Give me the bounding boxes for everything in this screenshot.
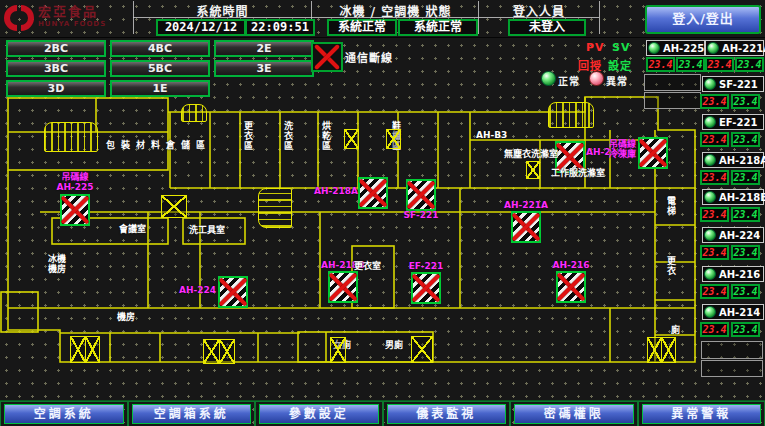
header-separator: [599, 1, 600, 34]
pv-value: 23.4: [700, 322, 729, 337]
room-label: 包裝材料倉儲區: [106, 140, 211, 150]
disconnected-legend-label: 通信斷線: [345, 49, 393, 65]
empty-slot: [701, 341, 763, 359]
nav-button-空調箱系統[interactable]: 空調箱系統: [132, 404, 252, 424]
room-label: 更衣室: [354, 261, 381, 271]
disconnected-marker-AH-221A[interactable]: [511, 211, 541, 243]
floor-button-2BC[interactable]: 2BC: [6, 40, 106, 57]
status-led: [704, 191, 716, 203]
login-logout-button[interactable]: 登入/登出: [645, 5, 761, 34]
unit-AH-218A[interactable]: AH-218A: [702, 152, 764, 168]
empty-slot: [644, 92, 701, 109]
floor-button-1E[interactable]: 1E: [110, 80, 210, 97]
sv-value: 23.4: [731, 132, 760, 147]
disconnected-marker-AH-218A[interactable]: [358, 177, 388, 209]
marker-label: AH-216: [548, 260, 594, 270]
room-label: 會議室: [119, 224, 146, 234]
nav-cell: 異常警報: [638, 401, 765, 426]
logo: 宏亞食品 HUNYA FOODS: [4, 3, 106, 33]
room-label: 廁: [671, 325, 680, 335]
logo-subtext: HUNYA FOODS: [38, 18, 106, 30]
login-user-label: 登入人員: [483, 2, 595, 19]
room-label: 更衣區: [243, 121, 253, 151]
stairs-icon: [548, 102, 594, 128]
nav-button-參數設定[interactable]: 參數設定: [259, 404, 379, 424]
disconnected-legend-icon: [311, 42, 343, 72]
stairs-icon: [44, 122, 98, 152]
pv-header: PV: [586, 41, 605, 54]
room-label: 無塵衣洗滌室: [504, 149, 558, 159]
marker-label: AH-218A: [314, 186, 356, 196]
status-led: [704, 116, 716, 128]
pv-value: 23.4: [700, 245, 729, 260]
room-label: 洗工具室: [189, 225, 225, 235]
unit-EF-221[interactable]: EF-221: [702, 114, 764, 130]
abnormal-led-icon: [589, 71, 604, 86]
sv-value: 23.4: [731, 284, 760, 299]
floor-button-3E[interactable]: 3E: [214, 60, 314, 77]
nav-button-空調系統[interactable]: 空調系統: [4, 404, 124, 424]
floor-button-3D[interactable]: 3D: [6, 80, 106, 97]
unit-AH-224[interactable]: AH-224: [702, 227, 764, 243]
unit-name: AH-225: [663, 43, 704, 54]
unit-name: AH-224: [719, 230, 760, 241]
normal-led-icon: [541, 71, 556, 86]
empty-slot: [644, 74, 701, 91]
unit-name: SF-221: [719, 79, 758, 90]
nav-button-密碼權限[interactable]: 密碼權限: [514, 404, 634, 424]
chiller-status: 系統正常: [327, 19, 397, 36]
top-bar: 宏亞食品 HUNYA FOODS 系統時間 2024/12/12 22:09:5…: [0, 0, 765, 38]
ahu-status: 系統正常: [398, 19, 478, 36]
unit-AH-214[interactable]: AH-214: [702, 304, 764, 320]
pv-value: 23.4: [700, 170, 729, 185]
bottom-nav: 空調系統空調箱系統參數設定儀表監視密碼權限異常警報: [0, 400, 765, 426]
unit-AH-218B[interactable]: AH-218B: [702, 189, 764, 205]
room-label: 洗衣區: [283, 121, 293, 151]
stairwell-x-symbol: [203, 339, 235, 364]
room-label: 烘乾區: [321, 121, 331, 151]
disconnected-marker-AH-218B[interactable]: [328, 271, 358, 303]
nav-button-儀表監視[interactable]: 儀表監視: [387, 404, 507, 424]
disconnected-marker-SF-221[interactable]: [406, 179, 436, 211]
date-value: 2024/12/12: [156, 19, 246, 36]
marker-label: SF-221: [398, 210, 444, 220]
disconnected-marker-冷凍庫[interactable]: [638, 137, 668, 169]
status-led: [704, 268, 716, 280]
floor-button-5BC[interactable]: 5BC: [110, 60, 210, 77]
marker-label: 吊碼線 冷凍庫: [594, 139, 636, 159]
nav-button-異常警報[interactable]: 異常警報: [642, 404, 762, 424]
stairwell-x-symbol: [386, 129, 401, 149]
sv-value: 23.4: [735, 57, 764, 72]
nav-cell: 空調箱系統: [128, 401, 256, 426]
stairs-icon: [181, 104, 207, 122]
room-label: 機房: [117, 312, 135, 322]
unit-name: AH-221A: [722, 43, 765, 54]
unit-AH-221A[interactable]: AH-221A: [705, 40, 764, 56]
floor-button-3BC[interactable]: 3BC: [6, 60, 106, 77]
sv-row-label: 設定: [608, 57, 632, 73]
unit-SF-221[interactable]: SF-221: [702, 76, 764, 92]
floor-button-4BC[interactable]: 4BC: [110, 40, 210, 57]
unit-AH-225[interactable]: AH-225: [646, 40, 705, 56]
sv-value: 23.4: [731, 207, 760, 222]
empty-slot: [701, 360, 763, 377]
disconnected-marker-EF-221[interactable]: [411, 272, 441, 304]
room-label: 男廁: [385, 340, 403, 350]
stairwell-x-symbol: [526, 161, 540, 179]
status-led: [648, 42, 660, 54]
unit-name: EF-221: [719, 117, 757, 128]
unit-AH-216[interactable]: AH-216: [702, 266, 764, 282]
disconnected-marker-AH-224[interactable]: [218, 276, 248, 308]
disconnected-marker-AH-216[interactable]: [556, 271, 586, 303]
logo-text: 宏亞食品: [38, 6, 106, 18]
unit-name: AH-218A: [719, 155, 765, 166]
floor-button-2E[interactable]: 2E: [214, 40, 314, 57]
unit-name: AH-214: [719, 307, 760, 318]
stairwell-x-symbol: [330, 337, 346, 363]
sv-value: 23.4: [676, 57, 705, 72]
system-time-label: 系統時間: [140, 2, 305, 19]
disconnected-marker-AH-225[interactable]: [60, 194, 90, 226]
normal-legend-label: 正常: [558, 73, 580, 88]
pv-value: 23.4: [705, 57, 734, 72]
pv-row-label: 回授: [578, 57, 602, 73]
